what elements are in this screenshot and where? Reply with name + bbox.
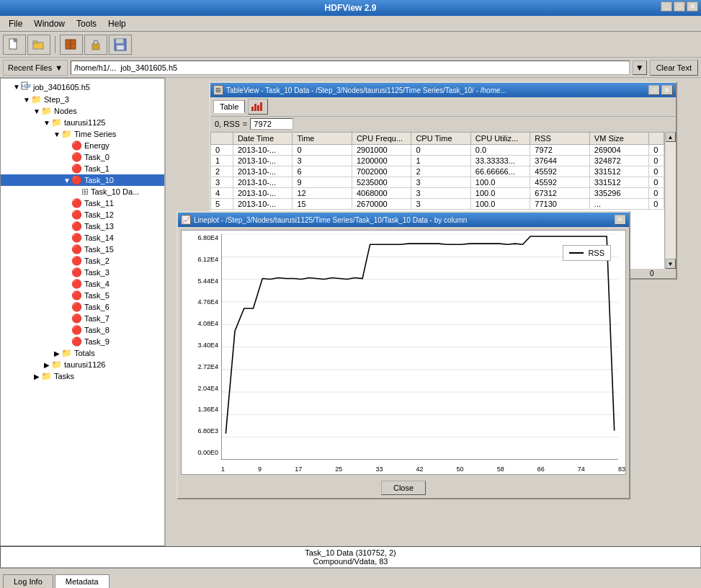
tree-item-task12[interactable]: 🔴 Task_12	[1, 209, 164, 220]
y-label-10: 0.00E0	[183, 449, 220, 456]
table-cell-5-3: 2670000	[352, 199, 411, 210]
maximize-button[interactable]: □	[674, 1, 685, 12]
open-button[interactable]	[27, 35, 50, 55]
menu-window[interactable]: Window	[28, 17, 71, 30]
y-label-9: 6.80E3	[183, 427, 220, 435]
table-cell-5-0: 5	[211, 199, 233, 210]
table-cell-2-0: 2	[211, 166, 233, 177]
tree-item-task7[interactable]: 🔴 Task_7	[1, 313, 164, 324]
tree-item-task8[interactable]: 🔴 Task_8	[1, 324, 164, 336]
table-toolbar: Table	[210, 97, 676, 117]
rss-value: 7972	[250, 118, 293, 130]
table-close-button[interactable]: ✕	[661, 85, 673, 95]
table-col-6: RSS	[530, 133, 589, 145]
table-row[interactable]: 22013-10-...67002000266.66666...45592331…	[211, 166, 664, 177]
tree-label-task2: Task_2	[84, 257, 110, 265]
tree-item-task0[interactable]: 🔴 Task_0	[1, 151, 164, 163]
table-row[interactable]: 12013-10-...31200000133.33333...37644324…	[211, 156, 664, 166]
x-label-8: 66	[537, 466, 545, 473]
tree-item-energy[interactable]: 🔴 Energy	[1, 140, 164, 151]
book-button[interactable]	[60, 35, 83, 55]
lineplot-title: Lineplot - /Step_3/Nodes/taurusi1125/Tim…	[194, 216, 467, 224]
tree-item-task9[interactable]: 🔴 Task_9	[1, 336, 164, 347]
tree-item-task3[interactable]: 🔴 Task_3	[1, 267, 164, 278]
table-view-titlebar[interactable]: ⊞ TableView - Task_10 Data - /Step_3/Nod…	[210, 83, 676, 97]
tree-item-task1[interactable]: 🔴 Task_1	[1, 163, 164, 174]
tree-item-taurusi1126[interactable]: ▶ 📁 taurusi1126	[1, 359, 164, 370]
table-view-controls[interactable]: □ ✕	[648, 85, 673, 95]
scroll-up-button[interactable]: ▲	[666, 132, 676, 142]
tab-metadata[interactable]: Metadata	[55, 574, 110, 588]
y-label-5: 3.40E4	[183, 342, 220, 349]
tree-item-task13[interactable]: 🔴 Task_13	[1, 220, 164, 232]
lineplot-controls[interactable]: ✕	[615, 215, 626, 225]
table-view-title: TableView - Task_10 Data - /Step_3/Nodes…	[226, 86, 506, 94]
tree-item-task10[interactable]: ▼ 🔴 Task_10	[1, 174, 164, 186]
table-col-3: CPU Frequ...	[352, 133, 411, 145]
title-bar-buttons[interactable]: _ □ ✕	[661, 1, 698, 12]
new-button[interactable]	[3, 35, 26, 55]
scroll-down-button[interactable]: ▼	[666, 259, 676, 269]
save-button[interactable]	[109, 35, 132, 55]
tree-label-energy: Energy	[84, 141, 110, 150]
tree-item-task11[interactable]: 🔴 Task_11	[1, 197, 164, 209]
svg-rect-14	[251, 107, 254, 111]
tree-item-task6[interactable]: 🔴 Task_6	[1, 301, 164, 313]
tree-item-step3[interactable]: ▼ 📁 Step_3	[1, 94, 164, 105]
path-dropdown-arrow[interactable]: ▼	[633, 61, 647, 75]
table-row[interactable]: 02013-10-...0290100000.079722690040	[211, 145, 664, 156]
tree-item-nodes[interactable]: ▼ 📁 Nodes	[1, 105, 164, 117]
table-cell-0-4: 0	[411, 145, 470, 156]
tree-label-taurusi1126: taurusi1126	[64, 360, 106, 369]
tree-item-job[interactable]: ▼ HDF job_3401605.h5	[1, 80, 164, 94]
table-cell-1-0: 1	[211, 156, 233, 166]
tree-label-task3: Task_3	[84, 268, 110, 277]
table-tab-button[interactable]: Table	[213, 100, 245, 113]
tree-item-task15[interactable]: 🔴 Task_15	[1, 244, 164, 255]
table-cell-3-4: 3	[411, 177, 470, 188]
menu-tools[interactable]: Tools	[71, 17, 102, 30]
chart-button[interactable]	[248, 99, 268, 115]
table-maximize-button[interactable]: □	[648, 85, 660, 95]
tree-item-task4[interactable]: 🔴 Task_4	[1, 278, 164, 290]
tree-item-task2[interactable]: 🔴 Task_2	[1, 255, 164, 267]
table-view-icon: ⊞	[213, 85, 223, 95]
tree-label-task5: Task_5	[84, 291, 110, 300]
tree-item-tasks[interactable]: ▶ 📁 Tasks	[1, 370, 164, 382]
table-row[interactable]: 42013-10-...1240680003100.0673123352960	[211, 188, 664, 199]
tree-item-taurusi1125[interactable]: ▼ 📁 taurusi1125	[1, 117, 164, 128]
tab-log-info[interactable]: Log Info	[3, 574, 53, 588]
rss-bar: 0, RSS = 7972	[210, 117, 676, 132]
tree-label-task11: Task_11	[84, 199, 114, 208]
y-label-3: 4.76E4	[183, 298, 220, 306]
menu-help[interactable]: Help	[102, 17, 132, 30]
tree-item-task10data[interactable]: ⊞ Task_10 Da...	[1, 186, 164, 197]
minimize-button[interactable]: _	[661, 1, 672, 12]
table-row[interactable]: 52013-10-...1526700003100.077130...0	[211, 199, 664, 210]
lineplot-close-button[interactable]: ✕	[615, 215, 626, 225]
table-row[interactable]: 32013-10-...952350003100.0455923315120	[211, 177, 664, 188]
table-cell-3-1: 2013-10-...	[233, 177, 292, 188]
tree-item-task14[interactable]: 🔴 Task_14	[1, 232, 164, 244]
table-cell-5-8: 0	[649, 199, 664, 210]
tree-label-task10data: Task_10 Da...	[91, 187, 139, 196]
lineplot-titlebar[interactable]: 📈 Lineplot - /Step_3/Nodes/taurusi1125/T…	[178, 213, 629, 227]
table-scrollbar[interactable]: ▲ ▼	[664, 132, 676, 269]
tree-item-timeseries[interactable]: ▼ 📁 Time Series	[1, 128, 164, 140]
menu-file[interactable]: File	[3, 17, 28, 30]
tree-label-task13: Task_13	[84, 222, 114, 231]
lock-button[interactable]	[84, 35, 107, 55]
file-path-input[interactable]	[71, 61, 630, 75]
recent-files-dropdown[interactable]: Recent Files ▼	[3, 60, 68, 76]
tree-item-task5[interactable]: 🔴 Task_5	[1, 290, 164, 301]
close-window-button[interactable]: ✕	[687, 1, 698, 12]
table-cell-1-3: 1200000	[352, 156, 411, 166]
tree-item-totals[interactable]: ▶ 📁 Totals	[1, 347, 164, 359]
table-col-1: Date Time	[233, 133, 292, 145]
clear-text-button[interactable]: Clear Text	[650, 60, 698, 76]
lineplot-close-btn[interactable]: Close	[381, 481, 426, 495]
scroll-track[interactable]	[666, 142, 676, 259]
table-cell-5-4: 3	[411, 199, 470, 210]
table-col-7: VM Size	[589, 133, 648, 145]
svg-text:HDF: HDF	[22, 84, 31, 89]
